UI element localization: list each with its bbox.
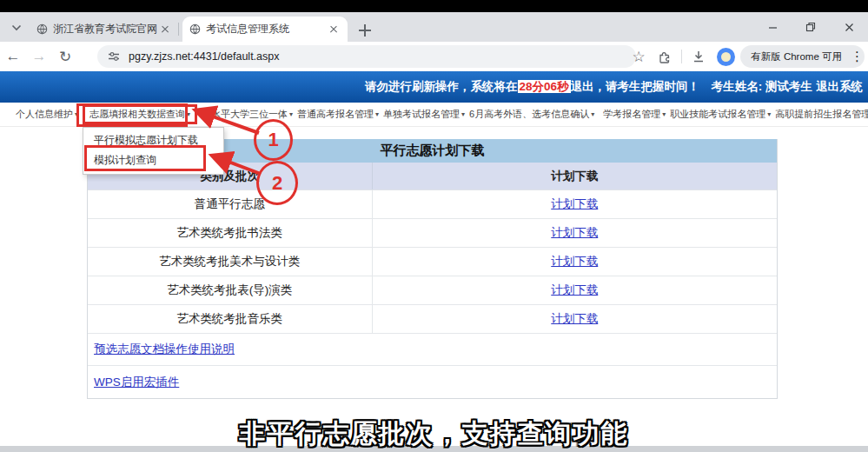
video-caption: 非平行志愿批次，支持查询功能: [0, 416, 868, 452]
profile-avatar[interactable]: [717, 48, 735, 66]
plan-download-link[interactable]: 计划下载: [551, 225, 598, 241]
tab-title: 浙江省教育考试院官网 考生办: [53, 22, 158, 37]
forward-button[interactable]: →: [26, 48, 52, 65]
caret-down-icon: [591, 110, 594, 118]
extensions-icon[interactable]: [652, 50, 678, 63]
reload-button[interactable]: ↻: [52, 48, 78, 66]
content-panel: 平行志愿计划下载 类别及批次 计划下载 普通平行志愿 计划下载 艺术类统考批书法…: [87, 139, 778, 399]
nav-label: 6月高考外语、选考信息确认: [469, 108, 589, 121]
session-warning: 请勿进行刷新操作，系统将在28分06秒退出，请考生把握时间！: [365, 79, 699, 95]
nav-item-sanweiyiti[interactable]: 高水平大学三位一体: [202, 108, 293, 121]
caret-down-icon: [289, 110, 293, 118]
browser-menu-icon[interactable]: [847, 50, 859, 63]
address-bar[interactable]: pgzy.zjzs.net:4431/default.aspx: [97, 45, 636, 68]
plus-icon: [359, 24, 371, 37]
warning-suffix: 退出，请考生把握时间！: [571, 80, 700, 93]
browser-tab-strip: 浙江省教育考试院官网 考生办 考试信息管理系统: [0, 12, 868, 42]
minimize-icon: [768, 23, 778, 32]
row-category: 艺术类统考批表(导)演类: [88, 276, 373, 304]
logout-link[interactable]: 退出系统: [816, 79, 863, 95]
toolbar-right: ☆ 有新版 Chrome 可用: [626, 42, 868, 71]
caret-down-icon: [767, 110, 771, 118]
row-category: 艺术类统考批美术与设计类: [88, 248, 373, 276]
tab-close-icon[interactable]: [158, 23, 172, 37]
bookmark-star-icon[interactable]: ☆: [626, 48, 652, 66]
plan-download-link[interactable]: 计划下载: [551, 311, 598, 327]
caret-down-icon: [375, 110, 379, 118]
restore-button[interactable]: [792, 12, 830, 42]
row-category: 艺术类统考批音乐类: [88, 305, 373, 333]
countdown-timer: 28分06秒: [518, 80, 571, 93]
plan-download-link[interactable]: 计划下载: [551, 282, 598, 298]
nav-item-personal-info[interactable]: 个人信息维护: [16, 108, 78, 121]
footer-link-row: 预选志愿文档操作使用说明: [88, 334, 777, 366]
caret-down-icon: [662, 110, 666, 118]
chevron-down-icon: [11, 24, 22, 31]
nav-label: 高职提前招生报名管理: [775, 108, 868, 121]
tab-close-icon[interactable]: [327, 23, 341, 37]
chrome-update-label: 有新版 Chrome 可用: [751, 50, 842, 63]
nav-label: 普通高考报名管理: [297, 108, 374, 121]
nav-label: 学考报名管理: [603, 108, 660, 121]
row-category: 艺术类统考批书法类: [88, 219, 373, 247]
site-info-icon: [108, 51, 120, 62]
globe-favicon-icon: [36, 23, 48, 35]
nav-item-xuekao-registration[interactable]: 学考报名管理: [603, 108, 666, 121]
footer-link-row: WPS启用宏插件: [88, 366, 777, 398]
tab-search-button[interactable]: [7, 18, 26, 37]
nav-item-early-admission[interactable]: 高职提前招生报名管理: [775, 108, 868, 121]
downloads-button[interactable]: [686, 50, 712, 63]
table-row: 艺术类统考批音乐类 计划下载: [88, 305, 777, 334]
tab-title: 考试信息管理系统: [206, 22, 327, 37]
nav-item-gaokao-registration[interactable]: 普通高考报名管理: [297, 108, 379, 121]
caret-down-icon: [461, 110, 465, 118]
url-text: pgzy.zjzs.net:4431/default.aspx: [129, 50, 280, 63]
close-icon: [845, 23, 854, 32]
nav-item-separate-exam[interactable]: 单独考试报名管理: [383, 108, 465, 121]
nav-label: 职业技能考试报名管理: [670, 108, 765, 121]
plan-download-link[interactable]: 计划下载: [551, 254, 598, 269]
table-row: 艺术类统考批书法类 计划下载: [88, 219, 777, 248]
nav-item-june-foreign-language[interactable]: 6月高考外语、选考信息确认: [469, 108, 594, 121]
screen: 浙江省教育考试院官网 考生办 考试信息管理系统 ← → ↻: [0, 0, 868, 452]
chrome-update-chip[interactable]: 有新版 Chrome 可用: [740, 45, 865, 68]
table-row: 艺术类统考批表(导)演类 计划下载: [88, 276, 777, 305]
browser-toolbar: ← → ↻ pgzy.zjzs.net:4431/default.aspx ☆ …: [0, 42, 868, 71]
warning-prefix: 请勿进行刷新操作，系统将在: [365, 80, 518, 93]
column-header-download: 计划下载: [373, 163, 778, 189]
annotation-box-nav-item: [76, 103, 188, 127]
download-icon: [692, 50, 706, 63]
back-button[interactable]: ←: [0, 48, 26, 65]
window-controls: [753, 12, 868, 42]
annotation-box-dropdown-item: [84, 145, 206, 171]
annotation-step-2: 2: [256, 161, 298, 205]
close-window-button[interactable]: [830, 12, 868, 42]
row-category: 普通平行志愿: [88, 190, 373, 218]
nav-label: 个人信息维护: [16, 108, 73, 121]
tab-zjzs-official[interactable]: 浙江省教育考试院官网 考生办: [30, 17, 179, 42]
restore-icon: [805, 22, 816, 32]
minimize-button[interactable]: [753, 12, 792, 42]
tab-exam-info-system[interactable]: 考试信息管理系统: [182, 17, 348, 42]
preselect-doc-instructions-link[interactable]: 预选志愿文档操作使用说明: [94, 342, 235, 357]
wps-macro-plugin-link[interactable]: WPS启用宏插件: [94, 375, 179, 390]
candidate-name: 考生姓名: 测试考生: [712, 79, 812, 95]
nav-item-vocational-skill-exam[interactable]: 职业技能考试报名管理: [670, 108, 771, 121]
table-row: 普通平行志愿 计划下载: [88, 190, 777, 219]
new-tab-button[interactable]: [354, 20, 375, 41]
nav-label: 单独考试报名管理: [383, 108, 460, 121]
puzzle-icon: [658, 50, 672, 63]
system-banner: 请勿进行刷新操作，系统将在28分06秒退出，请考生把握时间！ 考生姓名: 测试考…: [0, 71, 868, 103]
plan-download-link[interactable]: 计划下载: [551, 196, 598, 212]
toolbar-divider: [681, 50, 682, 63]
globe-favicon-icon: [189, 23, 201, 35]
table-row: 艺术类统考批美术与设计类 计划下载: [88, 248, 777, 276]
annotation-step-1: 1: [254, 119, 293, 161]
top-black-strip: [0, 0, 868, 12]
